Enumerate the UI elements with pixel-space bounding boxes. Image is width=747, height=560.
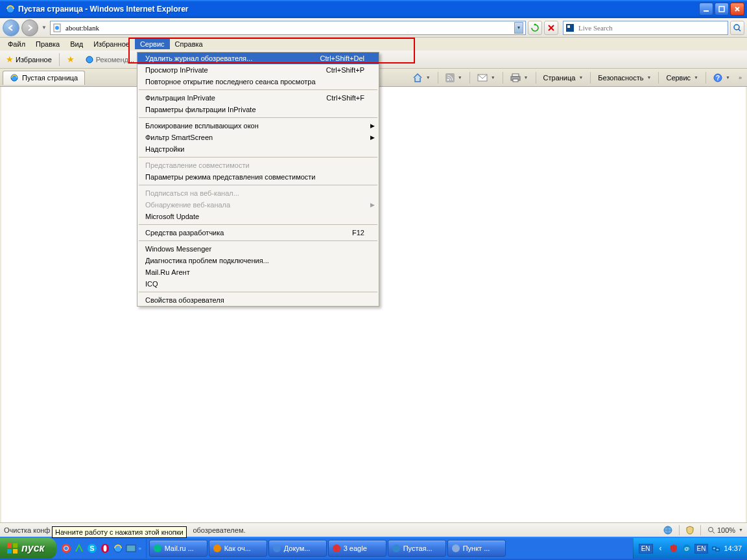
search-input[interactable]: [577, 23, 726, 32]
maximize-button[interactable]: [715, 3, 729, 16]
star-add-icon: ★: [67, 54, 75, 64]
taskbar-item[interactable]: 3 eagle: [328, 540, 386, 557]
dropdown-item[interactable]: Mail.Ru Агент: [137, 266, 379, 278]
dropdown-item: Подписаться на веб-канал...: [137, 187, 379, 199]
menu-bar: Файл Правка Вид Избранное Сервис Справка: [0, 38, 747, 51]
home-button[interactable]: ▼: [408, 71, 435, 85]
svg-rect-6: [567, 25, 570, 28]
menu-tools[interactable]: Сервис: [135, 39, 170, 49]
svg-rect-13: [512, 74, 519, 76]
menu-file[interactable]: Файл: [3, 39, 30, 49]
status-text-right: обозревателем.: [193, 526, 245, 534]
address-bar[interactable]: ▾: [50, 21, 526, 35]
back-button[interactable]: [3, 19, 19, 36]
svg-rect-1: [704, 10, 709, 12]
tab-title: Пустая страница: [22, 74, 78, 82]
language-indicator-2[interactable]: EN: [694, 544, 709, 554]
status-text-left: Очистка конф: [4, 526, 50, 534]
nav-history-dropdown[interactable]: ▼: [40, 25, 48, 30]
tab-active[interactable]: Пустая страница: [3, 71, 85, 85]
zoom-indicator[interactable]: 100%▼: [707, 526, 743, 534]
menu-help[interactable]: Справка: [170, 39, 208, 49]
svg-point-11: [447, 78, 449, 80]
search-bar[interactable]: [563, 21, 728, 35]
safety-menu-button[interactable]: Безопасность▼: [593, 71, 656, 85]
dropdown-item[interactable]: Параметры фильтрации InPrivate: [137, 104, 379, 115]
address-input[interactable]: [64, 23, 512, 32]
print-button[interactable]: ▼: [506, 71, 533, 85]
protected-mode-icon: [686, 526, 694, 535]
minimize-button[interactable]: [699, 3, 713, 16]
close-button[interactable]: [730, 3, 744, 16]
ql-skype-icon[interactable]: S: [86, 542, 98, 554]
svg-rect-10: [445, 73, 455, 82]
menu-view[interactable]: Вид: [65, 39, 88, 49]
svg-point-33: [213, 544, 221, 552]
recommended-sites[interactable]: Рекоменд...: [82, 54, 137, 65]
menu-edit[interactable]: Правка: [30, 39, 65, 49]
mail-button[interactable]: ▼: [473, 71, 500, 85]
start-tooltip: Начните работу с нажатия этой кнопки: [52, 526, 187, 538]
search-go-button[interactable]: [730, 21, 744, 35]
quick-launch: S »: [56, 539, 147, 558]
svg-point-32: [154, 544, 161, 552]
svg-rect-21: [13, 543, 18, 548]
dropdown-item[interactable]: Повторное открытие последнего сеанса про…: [137, 76, 379, 88]
tray-shield-icon[interactable]: [669, 543, 679, 554]
taskbar-item[interactable]: Пустая...: [388, 540, 446, 557]
dropdown-item[interactable]: Параметры режима представления совместим…: [137, 171, 379, 183]
toolbar-chevron[interactable]: »: [736, 71, 744, 85]
svg-rect-40: [713, 547, 716, 550]
dropdown-item: Обнаружение веб-канала▶: [137, 199, 379, 211]
tray-arrow-icon[interactable]: ‹: [656, 543, 666, 554]
start-button[interactable]: пуск: [0, 538, 56, 559]
ql-chrome-icon[interactable]: [60, 542, 72, 554]
taskbar-item[interactable]: Как оч...: [209, 540, 267, 557]
svg-rect-23: [13, 549, 18, 554]
taskbar-items: Mail.ru ...Как оч...Докум...3 eagleПуста…: [147, 539, 633, 558]
stop-button[interactable]: [544, 21, 558, 35]
ql-opera-icon[interactable]: [99, 542, 111, 554]
address-dropdown[interactable]: ▾: [514, 22, 523, 34]
language-indicator[interactable]: EN: [639, 544, 653, 554]
menu-favorites[interactable]: Избранное: [88, 39, 135, 49]
dropdown-item[interactable]: Диагностика проблем подключения...: [137, 255, 379, 266]
ie-icon: [5, 4, 16, 14]
dropdown-item[interactable]: Блокирование всплывающих окон▶: [137, 120, 379, 132]
tools-menu-button[interactable]: Сервис▼: [661, 71, 703, 85]
help-button[interactable]: ?▼: [709, 71, 735, 85]
dropdown-item[interactable]: Microsoft Update: [137, 211, 379, 222]
dropdown-item[interactable]: Средства разработчикаF12: [137, 227, 379, 239]
page-menu-button[interactable]: Страница▼: [539, 71, 588, 85]
ql-ie-icon[interactable]: [112, 542, 124, 554]
clock[interactable]: 14:37: [724, 544, 742, 552]
dropdown-item[interactable]: ICQ: [137, 278, 379, 290]
ql-expand-icon[interactable]: »: [138, 546, 142, 552]
dropdown-item[interactable]: Удалить журнал обозревателя...Ctrl+Shift…: [137, 52, 379, 64]
dropdown-item[interactable]: Фильтрация InPrivateCtrl+Shift+F: [137, 92, 379, 104]
taskbar-item[interactable]: Пункт ...: [447, 540, 506, 557]
forward-button[interactable]: [21, 19, 38, 36]
svg-point-8: [86, 56, 93, 63]
tray-mail-icon[interactable]: @: [682, 543, 692, 554]
taskbar-item[interactable]: Докум...: [268, 540, 327, 557]
windows-logo-icon: [6, 542, 18, 554]
favorites-button[interactable]: ★Избранное: [3, 53, 55, 65]
ql-green-icon[interactable]: [73, 542, 85, 554]
dropdown-item[interactable]: Свойства обозревателя: [137, 294, 379, 306]
dropdown-item[interactable]: Windows Messenger: [137, 243, 379, 255]
star-icon: ★: [6, 54, 14, 64]
dropdown-item[interactable]: Просмотр InPrivateCtrl+Shift+P: [137, 64, 379, 76]
dropdown-item[interactable]: Надстройки: [137, 143, 379, 155]
refresh-button[interactable]: [528, 21, 542, 35]
add-favorite-button[interactable]: ★: [64, 53, 78, 65]
svg-point-37: [452, 544, 460, 552]
taskbar-item[interactable]: Mail.ru ...: [149, 540, 208, 557]
dropdown-item[interactable]: Фильтр SmartScreen▶: [137, 132, 379, 143]
feeds-button[interactable]: ▼: [441, 71, 467, 85]
internet-zone-icon: [663, 526, 672, 535]
command-bar: ▼ ▼ ▼ ▼ Страница▼ Безопасность▼ Сервис▼ …: [408, 71, 744, 85]
ql-desktop-icon[interactable]: [125, 542, 137, 554]
svg-text:S: S: [89, 544, 94, 552]
tray-network-icon[interactable]: [711, 543, 721, 554]
